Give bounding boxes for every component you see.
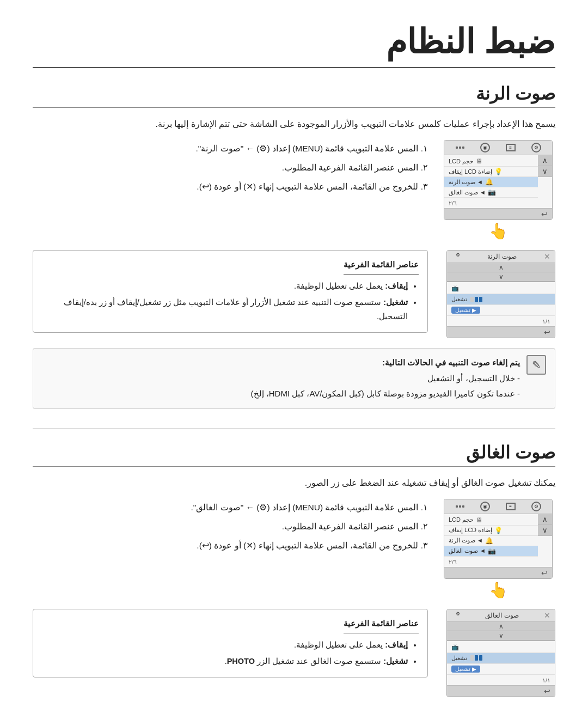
- shutter-ui-mockup: ⚙ ≡ ◉ ∧ ∨: [441, 499, 555, 599]
- ring-icon: 🔔: [485, 178, 493, 186]
- shutter-back-btn[interactable]: ↩: [444, 567, 552, 578]
- ring-menu-topbar: ⚙ ≡ ◉: [444, 141, 552, 155]
- ring-submenu-row: ✕ صوت الرنة ⚙ ∧ ∨ 📺: [33, 250, 555, 338]
- ring-submenu-on-label: تشغيل: [451, 296, 467, 303]
- ring-row-ring-label: ◄ صوت الرنة: [449, 179, 483, 186]
- shutter-menu-nav: ∧ ∨: [538, 514, 552, 567]
- ring-note-content: يتم إلغاء صوت التنبيه في الحالات التالية…: [251, 355, 520, 402]
- section-ring: صوت الرنة يسمح هذا الإعداد بإجراء عمليات…: [33, 83, 555, 409]
- ring-panel-list: إيقاف: يعمل على تعطيل الوظيفة. تشغيل: ست…: [42, 279, 419, 323]
- ring-panel-item-off: إيقاف: يعمل على تعطيل الوظيفة.: [42, 279, 408, 293]
- ring-row-lcd: 🖥 حجم LCD: [444, 156, 538, 167]
- ring-submenu-tv-icon: 📺: [451, 285, 459, 292]
- shutter-submenu-down[interactable]: ∨: [447, 631, 555, 640]
- shutter-row-lcd-label: حجم LCD: [449, 516, 474, 523]
- shutter-menu-rows: 🖥 حجم LCD 💡 إضاءة LCD إيقاف 🔔 ◄ صوت الر: [444, 514, 538, 558]
- shutter-menu-body: ∧ ∨ 🖥 حجم LCD 💡 إضاء: [444, 514, 552, 567]
- shutter-on-label: تشغيل:: [383, 657, 408, 666]
- ring-row-ring[interactable]: 🔔 ◄ صوت الرنة: [444, 177, 538, 187]
- ring-volume-bar: [470, 297, 482, 302]
- shutter-panel-title: عناصر القائمة الفرعية: [344, 616, 419, 633]
- ring-note-title: يتم إلغاء صوت التنبيه في الحالات التالية…: [251, 355, 520, 371]
- shutter-close-icon[interactable]: ✕: [544, 611, 550, 620]
- shutter-play-btn[interactable]: ▶ تشغيل: [451, 666, 480, 673]
- ring-info-panel: عناصر القائمة الفرعية إيقاف: يعمل على تع…: [33, 250, 428, 333]
- shutter-info-panel: عناصر القائمة الفرعية إيقاف: يعمل على تع…: [33, 609, 428, 677]
- shutter-submenu-mockup: ✕ صوت الغالق ⚙ ∧ ∨ 📺: [441, 609, 555, 697]
- shutter-submenu-on-row[interactable]: تشغيل: [447, 653, 555, 664]
- ring-content-row: ⚙ ≡ ◉ ∧ ∨: [33, 140, 555, 240]
- lcd2-icon: 💡: [494, 168, 503, 175]
- ring-instructions: ١. المس علامة التبويب قائمة (MENU) إعداد…: [33, 140, 428, 197]
- shutter-up-btn[interactable]: ∧: [538, 514, 552, 525]
- ring-step-3: ٣. للخروج من القائمة، المس علامة التبويب…: [33, 178, 428, 195]
- ring-submenu-body: 📺 تشغيل ▶ تشغيل: [447, 282, 555, 317]
- photo-icon: ◉: [480, 143, 490, 152]
- ring-row-lcd2: 💡 إضاءة LCD إيقاف: [444, 167, 538, 177]
- ring-submenu-box: ✕ صوت الرنة ⚙ ∧ ∨ 📺: [446, 250, 555, 338]
- ring-close-icon[interactable]: ✕: [544, 252, 550, 261]
- shutter-submenu-up[interactable]: ∧: [447, 622, 555, 631]
- shutter-settings-icon: ⚙: [531, 502, 541, 511]
- ring-menu-rows-wrapper: 🖥 حجم LCD 💡 إضاءة LCD إيقاف 🔔 ◄ صوت الر: [444, 155, 538, 208]
- shutter-submenu-back[interactable]: ↩: [447, 685, 555, 697]
- ring-row-shutdown: 📷 ◄ صوت الغالق: [444, 187, 538, 198]
- shutter-down-btn[interactable]: ∨: [538, 525, 552, 536]
- dots-icon: [456, 146, 464, 149]
- ring-row-lcd-label: حجم LCD: [449, 158, 474, 165]
- shutter-row-lcd2: 💡 إضاءة LCD إيقاف: [444, 526, 538, 536]
- ring-submenu-footer: ١/١: [447, 317, 555, 326]
- ring-ui-mockup: ⚙ ≡ ◉ ∧ ∨: [441, 140, 555, 240]
- ring-submenu-down[interactable]: ∨: [447, 272, 555, 282]
- shutter-dots-icon: [456, 505, 464, 508]
- section-shutter-title: صوت الغالق: [33, 442, 555, 467]
- shutter-row-lcd: 🖥 حجم LCD: [444, 515, 538, 526]
- menu-icon: ≡: [506, 144, 516, 151]
- shutter-lcd2-icon: 💡: [494, 527, 503, 534]
- ring-menu-nav: ∧ ∨: [538, 155, 552, 208]
- ring-submenu-on-row[interactable]: تشغيل: [447, 294, 555, 305]
- ring-down-btn[interactable]: ∨: [538, 166, 552, 177]
- shutter-submenu-play-row: ▶ تشغيل: [447, 664, 555, 675]
- shutter-ring-icon: 🔔: [485, 537, 493, 545]
- ring-submenu-back[interactable]: ↩: [447, 326, 555, 338]
- shutter-submenu-counter: ١/١: [542, 677, 550, 684]
- ring-submenu-up[interactable]: ∧: [447, 263, 555, 272]
- ring-panel-item-on: تشغيل: ستسمع صوت التنبيه عند تشغيل الأزر…: [42, 295, 408, 323]
- ring-back-btn[interactable]: ↩: [444, 208, 552, 219]
- shutter-row-shutter-label: ◄ صوت الغالق: [449, 547, 486, 554]
- ring-submenu-play-row: ▶ تشغيل: [447, 305, 555, 316]
- shutter-submenu-row-icon: 📺: [447, 642, 555, 653]
- ring-hand-pointer: 👆: [489, 222, 508, 240]
- shutter-submenu-nav: ∧ ∨: [447, 622, 555, 641]
- bar3: [470, 297, 474, 302]
- ring-off-label: إيقاف:: [385, 282, 408, 290]
- ring-note-icon: ✎: [526, 355, 546, 375]
- ring-play-btn[interactable]: ▶ تشغيل: [451, 307, 480, 314]
- shutter-step-2: ٢. المس عنصر القائمة الفرعية المطلوب.: [33, 518, 428, 535]
- ring-submenu-nav: ∧ ∨: [447, 263, 555, 282]
- ring-panel-title: عناصر القائمة الفرعية: [344, 257, 419, 274]
- shutter-hand-pointer: 👆: [489, 581, 508, 599]
- ring-counter: ٢/٦: [444, 199, 538, 208]
- shutter-icon: 📷: [488, 547, 496, 555]
- shutdown-icon: 📷: [488, 188, 496, 196]
- shutter-row-ring: 🔔 ◄ صوت الرنة: [444, 536, 538, 546]
- shutter-instructions: ١. المس علامة التبويب قائمة (MENU) إعداد…: [33, 499, 428, 556]
- ring-menu-with-hand: ⚙ ≡ ◉ ∧ ∨: [441, 140, 555, 240]
- ring-step-2: ٢. المس عنصر القائمة الفرعية المطلوب.: [33, 159, 428, 176]
- shutter-panel-item-off: إيقاف: يعمل على تعطيل الوظيفة.: [42, 638, 408, 652]
- shutter-photo-icon: ◉: [480, 502, 490, 511]
- ring-note-box: ✎ يتم إلغاء صوت التنبيه في الحالات التال…: [33, 348, 555, 409]
- ring-menu-rows: 🖥 حجم LCD 💡 إضاءة LCD إيقاف 🔔 ◄ صوت الر: [444, 155, 538, 199]
- ring-up-btn[interactable]: ∧: [538, 155, 552, 166]
- ring-submenu-title-label: صوت الرنة: [487, 253, 516, 260]
- shutter-step-3: ٣. للخروج من القائمة، المس علامة التبويب…: [33, 537, 428, 554]
- section-divider: [33, 429, 555, 429]
- ring-on-label: تشغيل:: [383, 298, 408, 307]
- bar1: [479, 297, 482, 302]
- ring-menu-box: ⚙ ≡ ◉ ∧ ∨: [444, 140, 553, 220]
- ring-menu-body: ∧ ∨ 🖥 حجم LCD 💡 إضاء: [444, 155, 552, 208]
- lcd-icon: 🖥: [476, 157, 482, 165]
- shutter-row-shutter[interactable]: 📷 ◄ صوت الغالق: [444, 546, 538, 557]
